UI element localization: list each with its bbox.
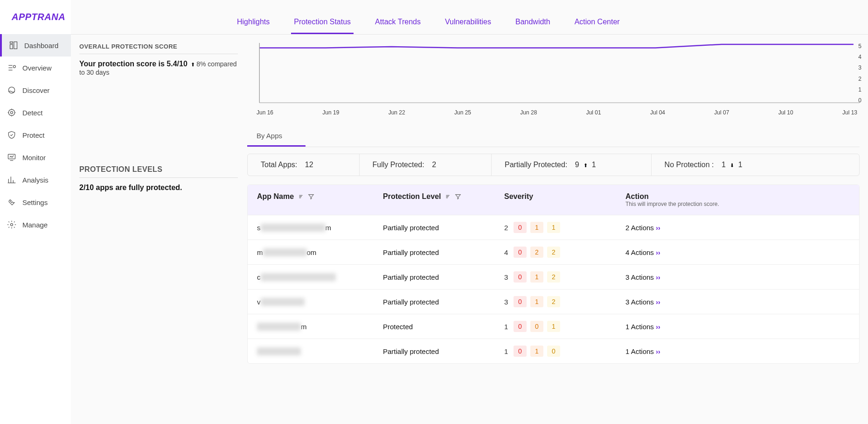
col-severity: Severity bbox=[504, 192, 625, 201]
table-row: sxxxxxxxxxxxxxxxxxxmPartially protected2… bbox=[248, 215, 859, 240]
y-tick: 2 bbox=[858, 76, 861, 82]
actions-link[interactable]: 3 Actions ›› bbox=[625, 273, 850, 281]
col-app-name[interactable]: App Name bbox=[257, 192, 383, 201]
table-row: xxxxxxxxxxxxPartially protected10101 Act… bbox=[248, 339, 859, 363]
sidebar-item-analysis[interactable]: Analysis bbox=[0, 169, 71, 191]
tab-bandwidth[interactable]: Bandwidth bbox=[513, 13, 553, 34]
sort-icon bbox=[444, 193, 451, 200]
sidebar-item-label: Analysis bbox=[22, 176, 49, 184]
sidebar-item-label: Detect bbox=[22, 109, 42, 117]
score-text: Your protection score is 5.4/10 bbox=[79, 60, 187, 68]
stats-bar: Total Apps: 12 Fully Protected: 2 Partia… bbox=[247, 154, 860, 176]
col-protection-level[interactable]: Protection Level bbox=[383, 192, 504, 201]
svg-rect-2 bbox=[14, 42, 17, 49]
sidebar-item-label: Overview bbox=[22, 64, 52, 72]
tab-protection-status[interactable]: Protection Status bbox=[291, 13, 354, 34]
x-tick: Jul 01 bbox=[586, 109, 601, 116]
sidebar-item-settings[interactable]: Settings bbox=[0, 191, 71, 213]
chevrons-right-icon: ›› bbox=[656, 248, 660, 256]
severity-critical-pill: 0 bbox=[514, 247, 527, 258]
actions-link[interactable]: 1 Actions ›› bbox=[625, 347, 850, 355]
sort-icon bbox=[298, 193, 304, 200]
severity-critical-pill: 0 bbox=[514, 296, 527, 307]
levels-text: 2/10 apps are fully protected. bbox=[79, 184, 238, 192]
col-action: Action This will improve the protection … bbox=[625, 192, 850, 207]
severity-critical-pill: 0 bbox=[514, 222, 527, 233]
app-name-cell: cxxxxxxxxxxxxxxxxxxxxx bbox=[257, 273, 383, 281]
y-tick: 1 bbox=[858, 86, 861, 93]
severity-medium-pill: 2 bbox=[547, 247, 560, 258]
levels-section-label: PROTECTION LEVELS bbox=[79, 165, 238, 174]
tab-highlights[interactable]: Highlights bbox=[234, 13, 272, 34]
y-tick: 0 bbox=[858, 97, 861, 104]
sidebar-item-label: Settings bbox=[22, 198, 48, 206]
y-tick: 5 bbox=[858, 43, 861, 49]
svg-point-6 bbox=[11, 112, 13, 114]
severity-medium-pill: 1 bbox=[547, 222, 560, 233]
x-tick: Jun 16 bbox=[257, 109, 273, 116]
tab-attack-trends[interactable]: Attack Trends bbox=[372, 13, 424, 34]
severity-high-pill: 1 bbox=[530, 346, 543, 357]
severity-medium-pill: 1 bbox=[547, 321, 560, 332]
sidebar-item-dashboard[interactable]: Dashboard bbox=[0, 34, 71, 57]
severity-high-pill: 1 bbox=[530, 222, 543, 233]
arrow-up-icon bbox=[189, 60, 196, 68]
svg-rect-1 bbox=[10, 44, 13, 49]
y-tick: 3 bbox=[858, 64, 861, 71]
x-tick: Jun 19 bbox=[322, 109, 339, 116]
filter-icon[interactable] bbox=[455, 193, 461, 200]
stat-total: Total Apps: 12 bbox=[248, 154, 326, 176]
protection-level-cell: Partially protected bbox=[383, 273, 504, 281]
actions-link[interactable]: 4 Actions ›› bbox=[625, 248, 850, 256]
tab-vulnerabilities[interactable]: Vulnerabilities bbox=[442, 13, 494, 34]
chevrons-right-icon: ›› bbox=[656, 347, 660, 355]
svg-point-8 bbox=[11, 224, 13, 226]
overview-icon bbox=[7, 63, 17, 73]
subtab-strip: By Apps bbox=[247, 127, 860, 147]
sidebar-item-overview[interactable]: Overview bbox=[0, 57, 71, 79]
y-tick: 4 bbox=[858, 54, 861, 60]
apps-table: App Name Protection Level Severity Actio… bbox=[247, 184, 860, 364]
severity-cell: 2011 bbox=[504, 222, 625, 233]
app-name-cell: xxxxxxxxxxxxm bbox=[257, 323, 383, 331]
stat-fully-protected: Fully Protected: 2 bbox=[359, 154, 450, 176]
table-header: App Name Protection Level Severity Actio… bbox=[248, 185, 859, 215]
protection-level-cell: Partially protected bbox=[383, 248, 504, 256]
protection-level-cell: Partially protected bbox=[383, 224, 504, 232]
svg-point-3 bbox=[13, 65, 15, 68]
score-section-label: OVERALL PROTECTION SCORE bbox=[79, 43, 238, 50]
severity-high-pill: 0 bbox=[530, 321, 543, 332]
x-tick: Jul 04 bbox=[650, 109, 665, 116]
discover-icon bbox=[7, 85, 17, 95]
actions-link[interactable]: 1 Actions ›› bbox=[625, 323, 850, 331]
severity-medium-pill: 2 bbox=[547, 296, 560, 307]
divider bbox=[79, 54, 238, 54]
dashboard-icon bbox=[8, 40, 19, 50]
sidebar-item-discover[interactable]: Discover bbox=[0, 79, 71, 101]
main: All Domain Last 30 Days Generate Report … bbox=[71, 0, 868, 424]
tab-action-center[interactable]: Action Center bbox=[572, 13, 623, 34]
sidebar-item-manage[interactable]: Manage bbox=[0, 213, 71, 236]
sidebar-item-protect[interactable]: Protect bbox=[0, 124, 71, 146]
score-line: Your protection score is 5.4/10 8% compa… bbox=[79, 60, 238, 77]
protection-level-cell: Partially protected bbox=[383, 347, 504, 355]
severity-medium-pill: 0 bbox=[547, 346, 560, 357]
sidebar-item-monitor[interactable]: Monitor bbox=[0, 146, 71, 169]
x-tick: Jul 13 bbox=[842, 109, 857, 116]
app-name-cell: xxxxxxxxxxxx bbox=[257, 347, 383, 355]
top-bar: All Domain Last 30 Days Generate Report bbox=[71, 0, 868, 8]
protection-level-cell: Partially protected bbox=[383, 298, 504, 306]
actions-link[interactable]: 3 Actions ›› bbox=[625, 298, 850, 306]
subtab-by-apps[interactable]: By Apps bbox=[247, 127, 306, 147]
chevrons-right-icon: ›› bbox=[656, 323, 660, 331]
sidebar-item-label: Dashboard bbox=[24, 42, 58, 49]
actions-link[interactable]: 2 Actions ›› bbox=[625, 224, 850, 232]
analysis-icon bbox=[7, 175, 17, 185]
sidebar-item-detect[interactable]: Detect bbox=[0, 101, 71, 124]
sidebar-item-label: Protect bbox=[22, 131, 45, 139]
table-row: mxxxxxxxxxxxxomPartially protected40224 … bbox=[248, 240, 859, 264]
arrow-up-icon bbox=[582, 161, 589, 169]
filter-icon[interactable] bbox=[308, 193, 314, 200]
settings-icon bbox=[7, 197, 17, 207]
protect-icon bbox=[7, 130, 17, 140]
